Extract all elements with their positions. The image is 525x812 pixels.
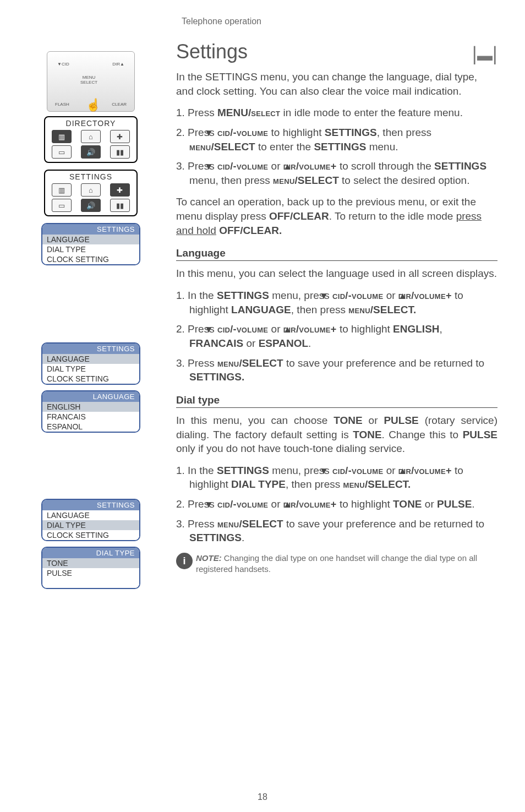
bars-icon: ▮▮: [110, 199, 130, 212]
screen-settings-menu: SETTINGS LANGUAGE DIAL TYPE CLOCK SETTIN…: [41, 223, 140, 265]
main-steps: 1. Press MENU/select in idle mode to ent…: [176, 106, 497, 187]
step-1: 1. Press MENU/select in idle mode to ent…: [176, 106, 497, 120]
phone-illustration: ▼CID DIR▲ MENUSELECT FLASH CLEAR ☝: [47, 51, 135, 112]
menu-item: TONE: [42, 558, 139, 568]
menu-item: DIAL TYPE: [42, 364, 139, 374]
screen-language-menu: LANGUAGE ENGLISH FRANCAIS ESPANOL: [41, 390, 140, 433]
dialtype-steps: 1. In the SETTINGS menu, press ▼cid/-vol…: [176, 464, 497, 545]
step-2: 2. Press ▼cid/-volume to highlight SETTI…: [176, 126, 497, 154]
note-text: NOTE: Changing the dial type on one hand…: [196, 553, 497, 574]
handset-icon: ⌂: [81, 183, 101, 197]
info-icon: i: [176, 553, 193, 569]
menu-item: CLOCK SETTING: [42, 254, 139, 264]
language-heading: Language: [176, 247, 497, 261]
menu-item: ESPANOL: [42, 422, 139, 432]
screen-settings-menu-3: SETTINGS LANGUAGE DIAL TYPE CLOCK SETTIN…: [41, 499, 140, 541]
phone-label-cid: ▼CID: [57, 62, 69, 67]
lang-step-2: 2. Press ▼cid/-volume or dir▲/volume+ to…: [176, 322, 497, 350]
phone-label-dir: DIR▲: [112, 62, 124, 67]
phone-label-flash: FLASH: [55, 102, 69, 107]
page-number: 18: [0, 792, 525, 802]
menu-item: [42, 578, 139, 588]
screen-title: SETTINGS: [42, 500, 139, 510]
tape-icon: ▭: [52, 145, 72, 159]
book-icon: ▥: [52, 183, 72, 197]
book-icon: ▥: [52, 130, 72, 143]
cancel-text: To cancel an operation, back up to the p…: [176, 195, 497, 237]
dial-step-3: 3. Press menu/SELECT to save your prefer…: [176, 517, 497, 545]
page-title: Settings: [176, 40, 248, 63]
screen-title: SETTINGS: [42, 344, 139, 354]
speaker-icon: 🔊: [81, 199, 101, 212]
dial-step-2: 2. Press ▼cid/-volume or dir▲/volume+ to…: [176, 497, 497, 511]
menu-item: CLOCK SETTING: [42, 374, 139, 384]
screen-title: LANGUAGE: [42, 391, 139, 402]
speaker-icon: 🔊: [81, 145, 101, 159]
lcd-title: DIRECTORY: [45, 117, 136, 128]
hand-pointer-icon: ☝: [86, 98, 101, 112]
lcd-title: SETTINGS: [45, 171, 136, 181]
dialtype-heading: Dial type: [176, 394, 497, 408]
right-column: Settings ⎮▬⎮ In the SETTINGS menu, you c…: [154, 40, 497, 595]
menu-item: DIAL TYPE: [42, 520, 139, 530]
language-steps: 1. In the SETTINGS menu, press ▼cid/-vol…: [176, 288, 497, 384]
handset-title-icon: ⎮▬⎮: [471, 46, 497, 64]
tools-icon: ✚: [110, 130, 130, 143]
menu-item: LANGUAGE: [42, 510, 139, 520]
bars-icon: ▮▮: [110, 145, 130, 159]
left-column: ▼CID DIR▲ MENUSELECT FLASH CLEAR ☝ DIREC…: [28, 40, 154, 595]
lang-step-1: 1. In the SETTINGS menu, press ▼cid/-vol…: [176, 288, 497, 317]
step-3: 3. Press ▼cid/-volume or dir▲/volume+ to…: [176, 159, 497, 187]
menu-item: CLOCK SETTING: [42, 530, 139, 540]
intro-text: In the SETTINGS menu, you can change the…: [176, 70, 497, 98]
lang-step-3: 3. Press menu/SELECT to save your prefer…: [176, 356, 497, 384]
menu-item: DIAL TYPE: [42, 244, 139, 254]
menu-item: LANGUAGE: [42, 235, 139, 244]
phone-label-clear: CLEAR: [112, 102, 127, 107]
dial-step-1: 1. In the SETTINGS menu, press ▼cid/-vol…: [176, 464, 497, 492]
dialtype-intro: In this menu, you can choose TONE or PUL…: [176, 413, 497, 456]
screen-title: DIAL TYPE: [42, 548, 139, 558]
handset-icon: ⌂: [81, 130, 101, 143]
screen-title: SETTINGS: [42, 224, 139, 235]
menu-item: LANGUAGE: [42, 354, 139, 364]
language-intro: In this menu, you can select the languag…: [176, 266, 497, 281]
phone-label-menu: MENUSELECT: [80, 75, 97, 85]
tools-icon: ✚: [110, 183, 130, 197]
screen-settings-menu-2: SETTINGS LANGUAGE DIAL TYPE CLOCK SETTIN…: [41, 342, 140, 385]
menu-item: ENGLISH: [42, 402, 139, 412]
lcd-directory: DIRECTORY ▥ ⌂ ✚ ▭ 🔊 ▮▮: [44, 116, 138, 163]
tape-icon: ▭: [52, 199, 72, 212]
section-header: Telephone operation: [182, 17, 497, 26]
menu-item: FRANCAIS: [42, 412, 139, 422]
lcd-settings: SETTINGS ▥ ⌂ ✚ ▭ 🔊 ▮▮: [44, 170, 138, 216]
screen-dialtype-menu: DIAL TYPE TONE PULSE: [41, 547, 140, 589]
menu-item: PULSE: [42, 568, 139, 578]
note-row: i NOTE: Changing the dial type on one ha…: [176, 553, 497, 574]
